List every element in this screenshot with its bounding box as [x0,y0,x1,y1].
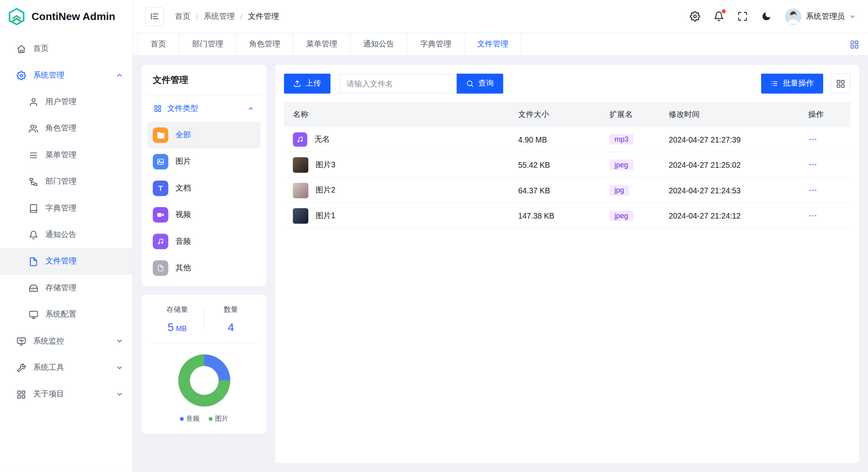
chevron-down-icon [116,337,123,345]
header-time: 修改时间 [669,110,808,120]
file-type-group-header[interactable]: 文件类型 [147,95,261,122]
chevron-up-icon [247,105,254,112]
sidebar-item-home[interactable]: 首页 [0,36,132,62]
dark-mode-moon-icon[interactable] [761,11,772,22]
storage-stat: 存储量 5MB [150,305,204,334]
notifications-bell-icon[interactable] [714,11,724,22]
count-label: 数量 [204,305,257,315]
sidebar-item-label: 系统工具 [33,363,64,373]
storage-label: 存储量 [150,305,204,315]
breadcrumb-home[interactable]: 首页 [175,11,190,21]
bell-icon [29,230,38,240]
user-menu[interactable]: 系统管理员 [785,8,856,24]
sidebar-item-role-management[interactable]: 角色管理 [0,115,132,142]
table-row[interactable]: 图片2 64.37 KB jpg 2024-04-27 21:24:53 [284,178,850,203]
sidebar-item-menu-management[interactable]: 菜单管理 [0,142,132,168]
sidebar-item-about[interactable]: 关于项目 [0,381,132,408]
legend-item-audio[interactable]: 音频 [180,414,200,424]
file-name[interactable]: 无名 [315,134,330,144]
tab-options-grid-icon[interactable] [841,33,868,55]
file-modified-time: 2024-04-27 21:25:02 [669,160,808,169]
search-input[interactable] [339,74,457,94]
file-name[interactable]: 图片1 [315,211,335,221]
brand-header[interactable]: ContiNew Admin [0,0,132,33]
file-icon [29,257,38,266]
toolbar: 上传 查询 批量操作 [284,74,850,94]
file-type-label: 其他 [176,263,191,273]
file-type-all[interactable]: 全部 [147,122,261,148]
search-button[interactable]: 查询 [457,74,503,94]
sidebar-item-label: 菜单管理 [45,150,76,160]
notification-dot [722,10,726,14]
tab-dict[interactable]: 字典管理 [407,33,464,55]
file-type-video[interactable]: 视频 [147,202,261,228]
users-icon [29,124,38,133]
file-type-audio[interactable]: 音频 [147,228,261,255]
topbar-actions: 系统管理员 [690,8,856,24]
batch-actions-label: 批量操作 [783,78,814,88]
file-other-icon [153,260,168,276]
batch-actions-button[interactable]: 批量操作 [761,74,823,94]
grid-icon [16,390,26,399]
file-type-label: 全部 [176,130,191,140]
grid-view-button[interactable] [830,74,850,94]
sidebar-item-file-management[interactable]: 文件管理 [0,248,132,275]
tab-home[interactable]: 首页 [137,33,179,55]
sidebar-item-label: 系统配置 [45,309,76,319]
app-title: ContiNew Admin [32,10,115,22]
image-thumbnail [293,157,309,173]
sidebar-collapse-button[interactable] [145,7,164,26]
tab-label: 文件管理 [477,39,508,49]
sidebar-item-department-management[interactable]: 部门管理 [0,169,132,195]
file-type-image[interactable]: 图片 [147,149,261,175]
more-actions-icon[interactable] [808,135,850,144]
application-window: ContiNew Admin 首页 系统管理 用户管理 [0,0,868,472]
sidebar-item-system-tools[interactable]: 系统工具 [0,354,132,381]
stats-row: 存储量 5MB 数量 4 [150,305,257,334]
fullscreen-icon[interactable] [738,11,748,22]
file-name[interactable]: 图片2 [315,185,335,195]
sidebar-item-system-config[interactable]: 系统配置 [0,301,132,328]
sidebar-item-notice[interactable]: 通知公告 [0,221,132,248]
tab-role[interactable]: 角色管理 [237,33,293,55]
file-modified-time: 2024-04-27 21:24:53 [669,186,808,195]
sidebar-item-system-monitor[interactable]: 系统监控 [0,328,132,354]
wrench-icon [16,363,26,373]
tab-label: 角色管理 [249,39,280,49]
image-thumbnail [293,183,309,198]
storage-icon [29,283,38,293]
file-type-document[interactable]: 文档 [147,175,261,201]
sidebar-item-user-management[interactable]: 用户管理 [0,88,132,115]
more-actions-icon[interactable] [808,160,850,170]
avatar [785,8,802,24]
sidebar-item-system-management[interactable]: 系统管理 [0,62,132,88]
table-row[interactable]: 图片3 55.42 KB jpeg 2024-04-27 21:25:02 [284,152,850,178]
settings-gear-icon[interactable] [690,11,700,22]
tab-notice[interactable]: 通知公告 [351,33,407,55]
main-area: 首页 / 系统管理 / 文件管理 [133,0,868,472]
storage-value: 5 [168,321,174,333]
more-actions-icon[interactable] [808,185,850,195]
table-row[interactable]: 图片1 147.38 KB jpeg 2024-04-27 21:24:12 [284,203,850,229]
toolbar-right: 批量操作 [761,74,850,94]
tab-file[interactable]: 文件管理 [465,33,521,55]
file-type-other[interactable]: 其他 [147,255,261,281]
sidebar-item-storage-management[interactable]: 存储管理 [0,275,132,301]
more-actions-icon[interactable] [808,211,850,221]
audio-file-icon [293,132,307,147]
search-group: 查询 [339,74,503,94]
file-modified-time: 2024-04-27 21:24:12 [669,211,808,220]
upload-button[interactable]: 上传 [284,74,331,94]
table-row[interactable]: 无名 4.90 MB mp3 2024-04-27 21:27:39 [284,127,850,153]
sidebar-item-dict-management[interactable]: 字典管理 [0,195,132,221]
tab-department[interactable]: 部门管理 [179,33,236,55]
sidebar-item-label: 关于项目 [33,389,64,399]
tab-menu[interactable]: 菜单管理 [293,33,350,55]
file-name[interactable]: 图片3 [315,160,335,170]
home-icon [16,44,26,54]
legend-item-image[interactable]: 图片 [208,414,229,424]
breadcrumb-system-management[interactable]: 系统管理 [204,11,235,21]
image-thumbnail [293,208,309,223]
search-button-label: 查询 [478,78,494,88]
chevron-down-icon [849,13,856,20]
